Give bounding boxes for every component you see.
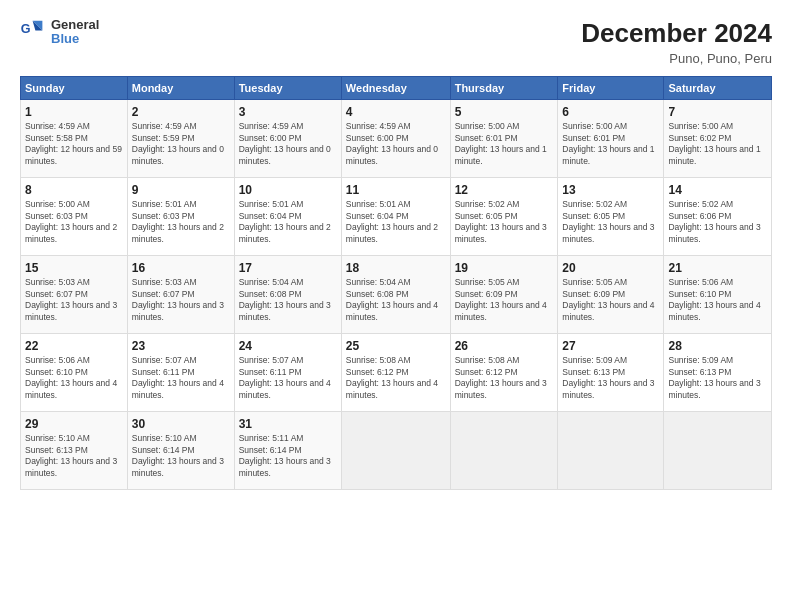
day-info: Sunrise: 5:07 AM Sunset: 6:11 PM Dayligh…	[239, 355, 334, 399]
calendar-cell: 2Sunrise: 4:59 AM Sunset: 5:59 PM Daylig…	[127, 100, 234, 178]
day-number: 31	[239, 416, 337, 432]
day-number: 21	[668, 260, 767, 276]
logo-line2: Blue	[51, 32, 99, 46]
day-info: Sunrise: 5:00 AM Sunset: 6:02 PM Dayligh…	[668, 121, 763, 165]
day-number: 28	[668, 338, 767, 354]
calendar-cell: 26Sunrise: 5:08 AM Sunset: 6:12 PM Dayli…	[450, 334, 558, 412]
weekday-saturday: Saturday	[664, 77, 772, 100]
page: G General Blue December 2024 Puno, Puno,…	[0, 0, 792, 612]
svg-text:G: G	[21, 23, 31, 37]
calendar-cell: 15Sunrise: 5:03 AM Sunset: 6:07 PM Dayli…	[21, 256, 128, 334]
subtitle: Puno, Puno, Peru	[581, 51, 772, 66]
calendar-cell: 9Sunrise: 5:01 AM Sunset: 6:03 PM Daylig…	[127, 178, 234, 256]
calendar-cell: 27Sunrise: 5:09 AM Sunset: 6:13 PM Dayli…	[558, 334, 664, 412]
day-number: 17	[239, 260, 337, 276]
day-info: Sunrise: 5:07 AM Sunset: 6:11 PM Dayligh…	[132, 355, 227, 399]
day-info: Sunrise: 5:10 AM Sunset: 6:13 PM Dayligh…	[25, 433, 120, 477]
day-number: 22	[25, 338, 123, 354]
day-number: 23	[132, 338, 230, 354]
calendar-cell: 6Sunrise: 5:00 AM Sunset: 6:01 PM Daylig…	[558, 100, 664, 178]
day-info: Sunrise: 5:04 AM Sunset: 6:08 PM Dayligh…	[239, 277, 334, 321]
week-row-1: 1Sunrise: 4:59 AM Sunset: 5:58 PM Daylig…	[21, 100, 772, 178]
day-number: 12	[455, 182, 554, 198]
day-info: Sunrise: 5:08 AM Sunset: 6:12 PM Dayligh…	[455, 355, 550, 399]
calendar-cell: 4Sunrise: 4:59 AM Sunset: 6:00 PM Daylig…	[341, 100, 450, 178]
day-number: 4	[346, 104, 446, 120]
calendar-cell: 25Sunrise: 5:08 AM Sunset: 6:12 PM Dayli…	[341, 334, 450, 412]
day-number: 3	[239, 104, 337, 120]
weekday-friday: Friday	[558, 77, 664, 100]
calendar-cell: 22Sunrise: 5:06 AM Sunset: 6:10 PM Dayli…	[21, 334, 128, 412]
day-number: 7	[668, 104, 767, 120]
day-number: 8	[25, 182, 123, 198]
day-info: Sunrise: 5:08 AM Sunset: 6:12 PM Dayligh…	[346, 355, 441, 399]
day-info: Sunrise: 5:09 AM Sunset: 6:13 PM Dayligh…	[562, 355, 657, 399]
day-info: Sunrise: 5:09 AM Sunset: 6:13 PM Dayligh…	[668, 355, 763, 399]
day-info: Sunrise: 4:59 AM Sunset: 5:58 PM Dayligh…	[25, 121, 124, 165]
calendar-cell	[558, 412, 664, 490]
calendar: SundayMondayTuesdayWednesdayThursdayFrid…	[20, 76, 772, 490]
calendar-cell: 8Sunrise: 5:00 AM Sunset: 6:03 PM Daylig…	[21, 178, 128, 256]
weekday-sunday: Sunday	[21, 77, 128, 100]
calendar-cell: 1Sunrise: 4:59 AM Sunset: 5:58 PM Daylig…	[21, 100, 128, 178]
calendar-cell: 24Sunrise: 5:07 AM Sunset: 6:11 PM Dayli…	[234, 334, 341, 412]
day-info: Sunrise: 5:00 AM Sunset: 6:03 PM Dayligh…	[25, 199, 120, 243]
calendar-cell	[450, 412, 558, 490]
day-number: 2	[132, 104, 230, 120]
day-number: 24	[239, 338, 337, 354]
day-info: Sunrise: 5:05 AM Sunset: 6:09 PM Dayligh…	[455, 277, 550, 321]
calendar-cell	[341, 412, 450, 490]
calendar-cell: 7Sunrise: 5:00 AM Sunset: 6:02 PM Daylig…	[664, 100, 772, 178]
day-info: Sunrise: 5:02 AM Sunset: 6:05 PM Dayligh…	[562, 199, 657, 243]
day-number: 6	[562, 104, 659, 120]
day-info: Sunrise: 5:02 AM Sunset: 6:06 PM Dayligh…	[668, 199, 763, 243]
day-number: 15	[25, 260, 123, 276]
week-row-4: 22Sunrise: 5:06 AM Sunset: 6:10 PM Dayli…	[21, 334, 772, 412]
calendar-cell: 17Sunrise: 5:04 AM Sunset: 6:08 PM Dayli…	[234, 256, 341, 334]
day-info: Sunrise: 5:00 AM Sunset: 6:01 PM Dayligh…	[455, 121, 550, 165]
day-info: Sunrise: 5:00 AM Sunset: 6:01 PM Dayligh…	[562, 121, 657, 165]
calendar-cell: 11Sunrise: 5:01 AM Sunset: 6:04 PM Dayli…	[341, 178, 450, 256]
day-info: Sunrise: 4:59 AM Sunset: 5:59 PM Dayligh…	[132, 121, 227, 165]
weekday-tuesday: Tuesday	[234, 77, 341, 100]
calendar-body: 1Sunrise: 4:59 AM Sunset: 5:58 PM Daylig…	[21, 100, 772, 490]
day-info: Sunrise: 5:11 AM Sunset: 6:14 PM Dayligh…	[239, 433, 334, 477]
day-info: Sunrise: 5:06 AM Sunset: 6:10 PM Dayligh…	[668, 277, 763, 321]
calendar-cell: 18Sunrise: 5:04 AM Sunset: 6:08 PM Dayli…	[341, 256, 450, 334]
day-number: 1	[25, 104, 123, 120]
week-row-3: 15Sunrise: 5:03 AM Sunset: 6:07 PM Dayli…	[21, 256, 772, 334]
day-number: 19	[455, 260, 554, 276]
day-info: Sunrise: 5:01 AM Sunset: 6:03 PM Dayligh…	[132, 199, 227, 243]
calendar-cell: 28Sunrise: 5:09 AM Sunset: 6:13 PM Dayli…	[664, 334, 772, 412]
week-row-5: 29Sunrise: 5:10 AM Sunset: 6:13 PM Dayli…	[21, 412, 772, 490]
day-number: 18	[346, 260, 446, 276]
day-info: Sunrise: 5:01 AM Sunset: 6:04 PM Dayligh…	[346, 199, 441, 243]
day-info: Sunrise: 5:03 AM Sunset: 6:07 PM Dayligh…	[132, 277, 227, 321]
title-block: December 2024 Puno, Puno, Peru	[581, 18, 772, 66]
day-number: 5	[455, 104, 554, 120]
day-info: Sunrise: 5:06 AM Sunset: 6:10 PM Dayligh…	[25, 355, 120, 399]
calendar-cell: 16Sunrise: 5:03 AM Sunset: 6:07 PM Dayli…	[127, 256, 234, 334]
calendar-cell: 19Sunrise: 5:05 AM Sunset: 6:09 PM Dayli…	[450, 256, 558, 334]
day-number: 30	[132, 416, 230, 432]
weekday-thursday: Thursday	[450, 77, 558, 100]
day-info: Sunrise: 4:59 AM Sunset: 6:00 PM Dayligh…	[346, 121, 441, 165]
calendar-cell: 12Sunrise: 5:02 AM Sunset: 6:05 PM Dayli…	[450, 178, 558, 256]
day-number: 13	[562, 182, 659, 198]
logo: G General Blue	[20, 18, 99, 47]
day-number: 25	[346, 338, 446, 354]
day-number: 9	[132, 182, 230, 198]
calendar-cell: 14Sunrise: 5:02 AM Sunset: 6:06 PM Dayli…	[664, 178, 772, 256]
day-number: 16	[132, 260, 230, 276]
day-number: 14	[668, 182, 767, 198]
day-info: Sunrise: 5:05 AM Sunset: 6:09 PM Dayligh…	[562, 277, 657, 321]
day-number: 29	[25, 416, 123, 432]
day-info: Sunrise: 5:03 AM Sunset: 6:07 PM Dayligh…	[25, 277, 120, 321]
calendar-cell	[664, 412, 772, 490]
logo-line1: General	[51, 18, 99, 32]
calendar-cell: 21Sunrise: 5:06 AM Sunset: 6:10 PM Dayli…	[664, 256, 772, 334]
day-info: Sunrise: 5:01 AM Sunset: 6:04 PM Dayligh…	[239, 199, 334, 243]
header: G General Blue December 2024 Puno, Puno,…	[20, 18, 772, 66]
week-row-2: 8Sunrise: 5:00 AM Sunset: 6:03 PM Daylig…	[21, 178, 772, 256]
day-info: Sunrise: 5:10 AM Sunset: 6:14 PM Dayligh…	[132, 433, 227, 477]
